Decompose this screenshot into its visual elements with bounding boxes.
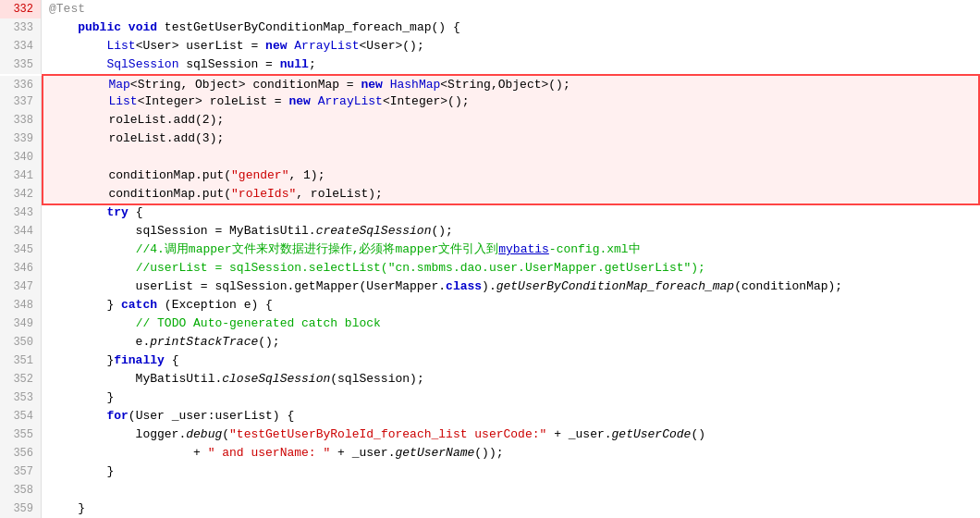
line-number: 355	[0, 426, 42, 444]
kw-token: class	[446, 279, 482, 293]
code-line-346: 346 //userList = sqlSession.selectList("…	[0, 259, 980, 278]
type-token: HashMap	[390, 78, 441, 92]
kw-token: void	[129, 20, 157, 34]
code-token: + _user.	[330, 446, 395, 460]
method-call-token: closeSqlSession	[222, 372, 330, 386]
code-token: logger.	[49, 427, 186, 441]
code-token: ()	[691, 427, 705, 441]
kw-token: new	[265, 39, 287, 53]
line-content: for(User _user:userList) {	[42, 407, 980, 426]
code-token: <Integer>();	[383, 94, 470, 108]
line-number: 357	[0, 462, 42, 481]
line-content	[42, 148, 980, 166]
line-number: 334	[0, 37, 42, 56]
code-token	[121, 20, 129, 34]
code-token: <String, Object> conditionMap =	[130, 78, 361, 92]
line-number: 345	[0, 240, 42, 259]
code-line-351: 351 }finally {	[0, 352, 980, 370]
code-token: roleList.add(2);	[51, 113, 224, 127]
code-token: ;	[309, 57, 316, 71]
code-token: ();	[258, 335, 279, 349]
code-token: testGetUserByConditionMap_foreach_map() …	[157, 20, 460, 34]
code-token	[311, 94, 318, 108]
code-token: roleList.add(3);	[51, 131, 224, 145]
kw-token: new	[288, 94, 310, 108]
line-number: 349	[0, 314, 42, 333]
kw-token: for	[106, 409, 128, 423]
code-token	[49, 261, 136, 275]
code-line-350: 350 e.printStackTrace();	[0, 333, 980, 352]
line-number: 339	[0, 130, 42, 148]
kw-token: finally	[114, 353, 165, 367]
kw-token: try	[106, 205, 128, 219]
code-line-352: 352 MyBatisUtil.closeSqlSession(sqlSessi…	[0, 370, 980, 388]
code-token	[51, 78, 108, 92]
code-token	[49, 242, 136, 256]
code-line-353: 353 }	[0, 388, 980, 407]
code-line-332: 332@Test	[0, 0, 980, 18]
line-content: List<Integer> roleList = new ArrayList<I…	[42, 92, 980, 111]
line-content: userList = sqlSession.getMapper(UserMapp…	[42, 278, 980, 296]
line-content: conditionMap.put("roleIds", roleList);	[42, 185, 980, 205]
code-token: }	[49, 298, 121, 312]
line-number: 350	[0, 333, 42, 352]
code-token: e.	[49, 335, 150, 349]
type-token: ArrayList	[318, 94, 383, 108]
code-line-342: 342 conditionMap.put("roleIds", roleList…	[0, 185, 980, 204]
code-token: }	[49, 353, 114, 367]
code-line-339: 339 roleList.add(3);	[0, 130, 980, 148]
code-token: {	[129, 205, 143, 219]
code-line-343: 343 try {	[0, 204, 980, 222]
line-content: Map<String, Object> conditionMap = new H…	[42, 74, 980, 94]
link-style-token: mybatis	[498, 242, 549, 256]
code-token: conditionMap.put(	[51, 187, 231, 201]
line-number: 341	[0, 166, 42, 185]
code-token: (User _user:userList) {	[129, 409, 294, 423]
line-content: } catch (Exception e) {	[42, 296, 980, 314]
method-call-token: createSqlSession	[316, 224, 432, 238]
line-content: e.printStackTrace();	[42, 333, 980, 352]
type-token: Map	[108, 78, 129, 92]
line-content: roleList.add(3);	[42, 130, 980, 148]
code-token: conditionMap.put(	[51, 168, 231, 182]
type-token: SqlSession	[106, 57, 178, 71]
code-line-359: 359 }	[0, 500, 980, 518]
line-number: 338	[0, 111, 42, 130]
line-content: logger.debug("testGetUserByRoleId_foreac…	[42, 426, 980, 444]
line-number: 347	[0, 278, 42, 296]
line-number: 342	[0, 185, 42, 204]
code-token: userList = sqlSession.getMapper(UserMapp…	[49, 279, 446, 293]
code-line-334: 334 List<User> userList = new ArrayList<…	[0, 37, 980, 56]
code-token	[49, 20, 78, 34]
string-token: "roleIds"	[231, 187, 296, 201]
code-token: ).	[482, 279, 496, 293]
code-token: ();	[431, 224, 452, 238]
code-token: (sqlSession);	[330, 372, 423, 386]
code-token: <User> userList =	[136, 39, 265, 53]
string-token: "gender"	[231, 168, 288, 182]
line-content: }finally {	[42, 352, 980, 370]
code-editor: 332@Test333 public void testGetUserByCon…	[0, 0, 980, 518]
code-token: ());	[474, 446, 503, 460]
line-number: 344	[0, 222, 42, 240]
code-line-356: 356 + " and userName: " + _user.getUserN…	[0, 444, 980, 462]
code-token: {	[165, 353, 179, 367]
code-token	[49, 205, 106, 219]
code-line-333: 333 public void testGetUserByConditionMa…	[0, 18, 980, 37]
code-token: , roleList);	[296, 187, 383, 201]
code-line-340: 340	[0, 148, 980, 166]
code-line-336: 336 Map<String, Object> conditionMap = n…	[0, 74, 980, 92]
code-line-341: 341 conditionMap.put("gender", 1);	[0, 166, 980, 185]
comment-token: -config.xml中	[549, 242, 641, 256]
code-line-349: 349 // TODO Auto-generated catch block	[0, 314, 980, 333]
line-number: 351	[0, 352, 42, 370]
code-line-355: 355 logger.debug("testGetUserByRoleId_fo…	[0, 426, 980, 444]
type-token: List	[106, 39, 135, 53]
code-line-337: 337 List<Integer> roleList = new ArrayLi…	[0, 92, 980, 111]
code-line-354: 354 for(User _user:userList) {	[0, 407, 980, 426]
code-token	[49, 39, 106, 53]
string-token: " and userName: "	[208, 446, 331, 460]
method-call-token: debug	[186, 427, 222, 441]
line-number: 352	[0, 370, 42, 388]
method-call-token: getUserName	[395, 446, 474, 460]
